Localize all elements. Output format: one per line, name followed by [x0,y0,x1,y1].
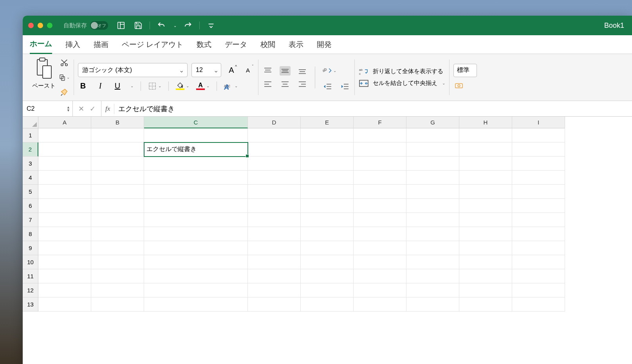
cell-C2[interactable]: エクセルで縦書き [144,142,248,157]
cell-A11[interactable] [38,269,91,283]
cell-D9[interactable] [248,241,301,255]
cell-E1[interactable] [301,128,354,142]
format-painter-icon[interactable] [59,87,70,98]
autosave-toggle[interactable]: オフ [90,21,108,30]
cell-C12[interactable] [144,283,248,297]
row-header-12[interactable]: 12 [23,283,38,297]
cell-F3[interactable] [354,157,406,171]
cell-G1[interactable] [406,128,459,142]
align-left-button[interactable] [262,79,273,89]
cell-C10[interactable] [144,255,248,269]
cell-E6[interactable] [301,199,354,213]
cell-D8[interactable] [248,227,301,241]
tab-review[interactable]: 校閲 [260,36,275,54]
cell-C9[interactable] [144,241,248,255]
tab-page-layout[interactable]: ページ レイアウト [122,36,183,54]
cell-E3[interactable] [301,157,354,171]
row-header-5[interactable]: 5 [23,185,38,199]
cell-A12[interactable] [38,283,91,297]
column-header-A[interactable]: A [38,117,91,128]
orientation-button[interactable]: ab⌄ [322,64,336,78]
cell-B2[interactable] [91,142,144,157]
cell-F2[interactable] [354,142,406,157]
cell-H8[interactable] [459,227,512,241]
copy-icon[interactable]: ⌄ [59,72,70,83]
cell-E9[interactable] [301,241,354,255]
row-header-9[interactable]: 9 [23,241,38,255]
row-header-1[interactable]: 1 [23,128,38,142]
cell-H10[interactable] [459,255,512,269]
cell-C1[interactable] [144,128,248,142]
cell-G4[interactable] [406,171,459,185]
row-header-3[interactable]: 3 [23,157,38,171]
row-header-7[interactable]: 7 [23,213,38,227]
cell-I1[interactable] [512,128,565,142]
cell-G8[interactable] [406,227,459,241]
font-color-button[interactable]: A ⌄ [196,82,209,90]
cell-B5[interactable] [91,185,144,199]
font-size-select[interactable]: 12 ⌄ [191,63,221,77]
cell-E13[interactable] [301,297,354,312]
cell-F13[interactable] [354,297,406,312]
tab-view[interactable]: 表示 [289,36,303,54]
tab-formulas[interactable]: 数式 [197,36,211,54]
tab-insert[interactable]: 挿入 [65,36,80,54]
column-header-C[interactable]: C [144,117,248,128]
font-name-select[interactable]: 游ゴシック (本文) ⌄ [78,63,188,77]
increase-font-size-button[interactable]: A^ [225,64,238,76]
cell-C4[interactable] [144,171,248,185]
cell-F9[interactable] [354,241,406,255]
cell-H6[interactable] [459,199,512,213]
cell-D10[interactable] [248,255,301,269]
cell-B7[interactable] [91,213,144,227]
cell-D4[interactable] [248,171,301,185]
align-center-button[interactable] [280,79,291,89]
decrease-font-size-button[interactable]: Aˇ [242,64,254,76]
align-bottom-button[interactable] [297,66,308,76]
cell-G5[interactable] [406,185,459,199]
cut-icon[interactable] [59,57,70,68]
cell-D1[interactable] [248,128,301,142]
cell-A4[interactable] [38,171,91,185]
cell-D11[interactable] [248,269,301,283]
tab-data[interactable]: データ [225,36,247,54]
cell-B11[interactable] [91,269,144,283]
merge-center-button[interactable]: セルを結合して中央揃え ⌄ [359,79,445,88]
cell-B4[interactable] [91,171,144,185]
cell-C8[interactable] [144,227,248,241]
redo-icon[interactable] [182,20,194,31]
cell-C3[interactable] [144,157,248,171]
cell-F4[interactable] [354,171,406,185]
cell-I6[interactable] [512,199,565,213]
fill-color-button[interactable]: ⌄ [176,82,189,90]
cell-D5[interactable] [248,185,301,199]
cell-G6[interactable] [406,199,459,213]
column-header-H[interactable]: H [459,117,512,128]
cell-I13[interactable] [512,297,565,312]
cell-C11[interactable] [144,269,248,283]
zoom-window-button[interactable] [47,23,52,28]
cell-H11[interactable] [459,269,512,283]
cell-A13[interactable] [38,297,91,312]
align-right-button[interactable] [297,79,308,89]
tab-home[interactable]: ホーム [30,35,52,54]
close-window-button[interactable] [28,23,34,28]
cell-G9[interactable] [406,241,459,255]
column-header-D[interactable]: D [248,117,301,128]
cell-E5[interactable] [301,185,354,199]
tab-developer[interactable]: 開発 [317,36,332,54]
cell-G11[interactable] [406,269,459,283]
column-header-B[interactable]: B [91,117,144,128]
cell-C13[interactable] [144,297,248,312]
cell-B13[interactable] [91,297,144,312]
cell-F6[interactable] [354,199,406,213]
save-icon[interactable] [132,20,144,31]
column-header-G[interactable]: G [406,117,459,128]
undo-icon[interactable] [155,20,167,31]
cell-A1[interactable] [38,128,91,142]
name-box[interactable]: C2 ▲▼ [23,101,73,117]
cell-I8[interactable] [512,227,565,241]
template-icon[interactable] [115,20,127,31]
cell-F1[interactable] [354,128,406,142]
cell-E11[interactable] [301,269,354,283]
